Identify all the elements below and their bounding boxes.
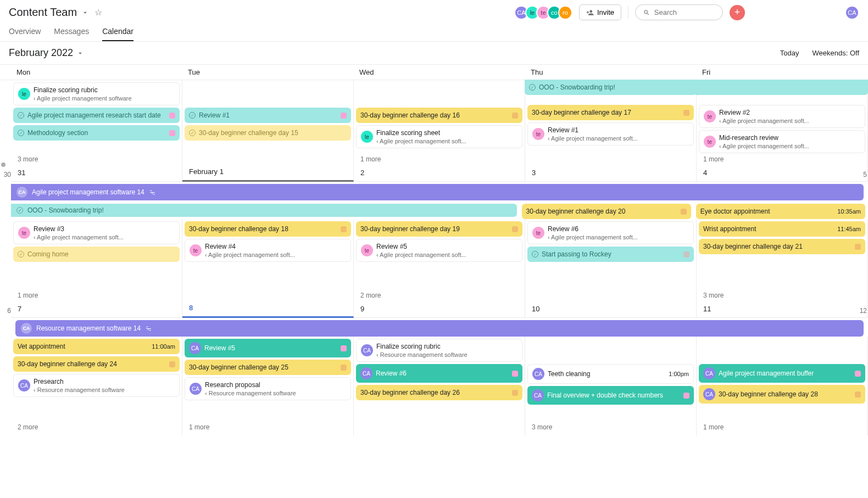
event-card[interactable]: te Review #6 ‹ Agile project management …	[527, 221, 694, 244]
event-card[interactable]: 30-day beginner challenge day 21	[699, 239, 865, 254]
search-box[interactable]	[635, 4, 723, 20]
event-card[interactable]: 30-day beginner challenge day 24	[13, 356, 180, 372]
event-card[interactable]: Coming home	[13, 247, 180, 262]
tab-calendar[interactable]: Calendar	[102, 23, 133, 41]
project-title[interactable]: Content Team	[9, 6, 77, 19]
event-subtitle: ‹ Agile project management soft...	[719, 143, 809, 149]
day-cell-mon[interactable]: le Finalize scoring rubric ‹ Agile proje…	[11, 80, 182, 182]
tab-overview[interactable]: Overview	[9, 23, 41, 41]
avatar: te	[190, 244, 202, 256]
event-card[interactable]: Agile project management research start …	[13, 108, 180, 123]
event-card[interactable]: Review #1	[185, 108, 351, 123]
event-card[interactable]: CA Finalize scoring rubric ‹ Resource ma…	[356, 339, 522, 362]
event-card[interactable]: CA Teeth cleaning 1:00pm	[527, 364, 694, 384]
search-input[interactable]	[654, 8, 715, 16]
event-banner[interactable]: OOO - Snowboarding trip!	[525, 80, 697, 95]
project-banner[interactable]: CA Resource management software 14	[15, 320, 864, 337]
event-card[interactable]: CA Review #6	[356, 364, 522, 383]
more-link[interactable]: 3 more	[13, 153, 180, 165]
event-subtitle: ‹ Resource management software	[205, 390, 296, 396]
event-card[interactable]: Eye doctor appointment 10:35am	[696, 204, 865, 219]
today-button[interactable]: Today	[780, 49, 799, 57]
month-picker[interactable]: February 2022	[9, 47, 73, 59]
day-cell-wed[interactable]: 30-day beginner challenge day 19 te Revi…	[354, 219, 525, 318]
event-card[interactable]: CA Final overview + double check numbers	[527, 386, 694, 405]
event-title: 30-day beginner challenge day 16	[360, 111, 509, 119]
chevron-down-icon[interactable]	[81, 9, 89, 16]
event-card[interactable]: Methodology section	[13, 125, 180, 141]
tab-messages[interactable]: Messages	[54, 23, 89, 41]
add-button[interactable]: +	[730, 5, 745, 20]
profile-avatar[interactable]: CA	[845, 5, 859, 20]
event-subtitle: ‹ Agile project management soft...	[548, 135, 638, 142]
day-cell-mon[interactable]: Vet appointment 11:00am 30-day beginner …	[11, 337, 182, 435]
event-card[interactable]: te Review #2 ‹ Agile project management …	[699, 105, 865, 128]
day-cell-thu[interactable]: OOO - Snowboarding trip! 30-day beginner…	[525, 80, 697, 182]
day-cell-tue[interactable]: Review #1 30-day beginner challenge day …	[182, 80, 354, 182]
prev-date: 6	[1, 307, 11, 315]
day-cell-tue[interactable]: CA Review #5 30-day beginner challenge d…	[182, 337, 354, 435]
event-card[interactable]: CA Review #5	[185, 339, 351, 357]
day-cell-thu[interactable]: te Review #6 ‹ Agile project management …	[525, 219, 697, 318]
day-cell-thu[interactable]: CA Teeth cleaning 1:00pm CA Final overvi…	[525, 337, 697, 435]
event-card[interactable]: Start passing to Rockey	[527, 247, 694, 262]
event-title: Final overview + double check numbers	[547, 391, 680, 399]
event-card[interactable]: 30-day beginner challenge day 18	[185, 221, 351, 237]
event-title: 30-day beginner challenge day 21	[703, 243, 852, 250]
event-card[interactable]: CA 30-day beginner challenge day 28	[699, 385, 865, 404]
event-card[interactable]: te Review #4 ‹ Agile project management …	[185, 239, 351, 262]
chevron-down-icon[interactable]	[76, 49, 84, 57]
event-title: Agile project management research start …	[27, 111, 166, 119]
event-card[interactable]: 30-day beginner challenge day 17	[527, 105, 694, 120]
day-cell-tue[interactable]: 30-day beginner challenge day 18 te Revi…	[182, 219, 354, 318]
day-cell-wed[interactable]: CA Finalize scoring rubric ‹ Resource ma…	[354, 337, 525, 435]
project-banner[interactable]: CA Agile project management software 14	[11, 184, 864, 200]
event-card[interactable]: CA Presearch ‹ Resource management softw…	[13, 374, 180, 397]
event-card[interactable]: le Finalize scoring rubric ‹ Agile proje…	[13, 82, 180, 105]
event-card[interactable]: te Review #3 ‹ Agile project management …	[13, 221, 180, 244]
more-link[interactable]: 2 more	[13, 421, 180, 433]
invite-button[interactable]: Invite	[579, 4, 621, 20]
event-card[interactable]: 30-day beginner challenge day 15	[185, 125, 351, 141]
day-number: 3	[527, 165, 694, 179]
event-card[interactable]: le Finalize scoring sheet ‹ Agile projec…	[356, 125, 522, 148]
more-link[interactable]: 1 more	[699, 421, 865, 433]
more-link[interactable]: 1 more	[356, 153, 522, 165]
check-icon	[16, 207, 23, 214]
event-card[interactable]: CA Research proposal ‹ Resource manageme…	[185, 377, 351, 400]
day-cell-fri[interactable]: te Review #2 ‹ Agile project management …	[697, 80, 868, 182]
person-plus-icon	[586, 9, 594, 16]
event-card[interactable]: te Review #5 ‹ Agile project management …	[356, 239, 522, 262]
more-link[interactable]: 1 more	[185, 421, 351, 433]
day-cell-wed[interactable]: 30-day beginner challenge day 16 le Fina…	[354, 80, 525, 182]
event-card[interactable]: Wrist appointment 11:45am	[699, 221, 865, 237]
event-card[interactable]: te Mid-research review ‹ Agile project m…	[699, 130, 865, 153]
more-link[interactable]: 3 more	[527, 421, 694, 433]
more-link[interactable]: 1 more	[699, 153, 865, 165]
event-card[interactable]: 30-day beginner challenge day 19	[356, 221, 522, 237]
star-icon[interactable]: ☆	[94, 7, 102, 18]
avatar: te	[532, 227, 544, 239]
avatar: ro	[558, 5, 572, 20]
tag-icon	[169, 361, 175, 367]
event-banner[interactable]	[695, 80, 868, 95]
day-cell-fri[interactable]: CA Agile project management buffer CA 30…	[697, 337, 868, 435]
event-card[interactable]: 30-day beginner challenge day 26	[356, 385, 522, 400]
event-card[interactable]: CA Agile project management buffer	[699, 364, 865, 383]
more-link[interactable]: 2 more	[356, 289, 522, 301]
weekends-toggle[interactable]: Weekends: Off	[812, 49, 859, 57]
day-cell-mon[interactable]: te Review #3 ‹ Agile project management …	[11, 219, 182, 318]
avatar: CA	[532, 368, 544, 380]
day-cell-fri[interactable]: Wrist appointment 11:45am 30-day beginne…	[697, 219, 868, 318]
event-card[interactable]: 30-day beginner challenge day 20	[522, 204, 691, 219]
ooo-banner[interactable]: OOO - Snowboarding trip!	[11, 204, 517, 217]
event-card[interactable]: te Review #1 ‹ Agile project management …	[527, 122, 694, 146]
day-number: 8	[185, 300, 351, 314]
event-card[interactable]: 30-day beginner challenge day 25	[185, 360, 351, 375]
event-card[interactable]: Vet appointment 11:00am	[13, 339, 180, 354]
more-link[interactable]: 1 more	[13, 289, 180, 301]
more-link[interactable]: 3 more	[699, 289, 865, 301]
avatar-stack[interactable]: CA le te co ro	[514, 5, 572, 20]
event-card[interactable]: 30-day beginner challenge day 16	[356, 108, 522, 123]
avatar: te	[704, 110, 716, 122]
